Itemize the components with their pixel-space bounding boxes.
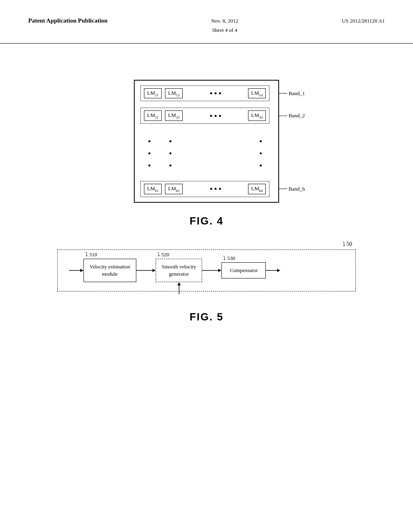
svg-marker-3 (152, 269, 156, 272)
page-content: LM11 LM12 LM1d Band_1 (0, 44, 413, 339)
fig5-module-510: Velocity estimationmodule (83, 259, 136, 282)
dot (210, 188, 212, 190)
fig5-ref-520: ⤵ 520 (157, 251, 169, 258)
lm-2d: LM2d (248, 110, 266, 121)
lm-11: LM11 (144, 88, 162, 99)
dot (210, 115, 212, 117)
dot (260, 164, 262, 166)
fig5-upward-arrow (176, 282, 182, 294)
band-row-h: LMh1 LMh2 LMhd Band_h (140, 181, 273, 197)
bandh-label: Band_h (279, 186, 305, 192)
svg-marker-5 (177, 282, 181, 285)
dot (148, 140, 150, 142)
dot (210, 92, 212, 94)
dot (219, 92, 221, 94)
fig5-module-520: Smooth velocitygenerator (156, 259, 202, 282)
dot (215, 92, 217, 94)
dot (169, 164, 171, 166)
band1-inner: LM11 LM12 LM1d (140, 85, 269, 102)
patent-title: Patent Application Publication (28, 16, 108, 25)
fig5-label: FIG. 5 (190, 311, 223, 323)
band2-label: Band_2 (279, 112, 305, 119)
fig4-label: FIG. 4 (190, 215, 223, 227)
band1-dots (183, 92, 248, 94)
lm-22: LM22 (165, 110, 183, 121)
publication-date: Nov. 8, 2012 (211, 18, 238, 24)
dot (169, 152, 171, 154)
band2-dots (183, 115, 248, 117)
lm-h1: LMh1 (144, 184, 162, 194)
sheet-info: Sheet 4 of 4 (212, 27, 237, 33)
fig5-module-510-wrapper: ⤵ 510 Velocity estimationmodule (83, 259, 136, 282)
fig5-module-520-wrapper: ⤵ 520 Smooth velocitygenerator (156, 259, 202, 282)
lm-1d: LM1d (248, 88, 266, 99)
fig5-input-arrow (69, 266, 83, 274)
dot (260, 152, 262, 154)
dot (219, 188, 221, 190)
band1-label: Band_1 (279, 90, 305, 97)
dot (148, 164, 150, 166)
dot (219, 115, 221, 117)
fig5-output-arrow (266, 266, 280, 274)
fig5-module-530: Compensator (221, 262, 266, 278)
svg-marker-7 (218, 269, 221, 272)
fig5-outer-box: ⤵ 50 ⤵ 510 Velocity estimationmodule (57, 249, 356, 291)
lm-hd: LMhd (248, 184, 266, 194)
lm-h2: LMh2 (165, 184, 183, 194)
page-header: Patent Application Publication Nov. 8, 2… (0, 0, 413, 44)
fig5-module-530-wrapper: ⤵ 530 Compensator (221, 262, 266, 278)
dot (260, 140, 262, 142)
bandh-dots (183, 188, 248, 190)
lm-21: LM21 (144, 110, 162, 121)
svg-marker-9 (277, 269, 280, 272)
dot (215, 115, 217, 117)
fig5-flow: ⤵ 510 Velocity estimationmodule ⤵ 520 (69, 259, 344, 282)
fig5-ref-510: ⤵ 510 (85, 251, 97, 258)
fig5-arrow-1 (136, 266, 156, 274)
dot (148, 152, 150, 154)
fig4-container: LM11 LM12 LM1d Band_1 (28, 80, 385, 227)
dot (215, 188, 217, 190)
fig5-ref-530: ⤵ 530 (223, 255, 235, 262)
patent-number: US 2012/281120 A1 (342, 16, 385, 25)
fig5-container: ⤵ 50 ⤵ 510 Velocity estimationmodule (28, 249, 385, 323)
svg-marker-1 (80, 269, 83, 272)
vertical-dots-section (140, 130, 269, 175)
fig5-ref-50: ⤵ 50 (342, 241, 353, 247)
fig5-arrow-2 (202, 266, 221, 274)
bandh-inner: LMh1 LMh2 LMhd (140, 181, 269, 197)
dot (169, 140, 171, 142)
band-row-2: LM21 LM22 LM2d Band_2 (140, 108, 273, 124)
band-row-1: LM11 LM12 LM1d Band_1 (140, 85, 273, 102)
band2-inner: LM21 LM22 LM2d (140, 108, 269, 124)
fig4-diagram: LM11 LM12 LM1d Band_1 (134, 80, 279, 203)
header-center: Nov. 8, 2012 Sheet 4 of 4 (211, 16, 238, 35)
lm-12: LM12 (165, 88, 183, 99)
